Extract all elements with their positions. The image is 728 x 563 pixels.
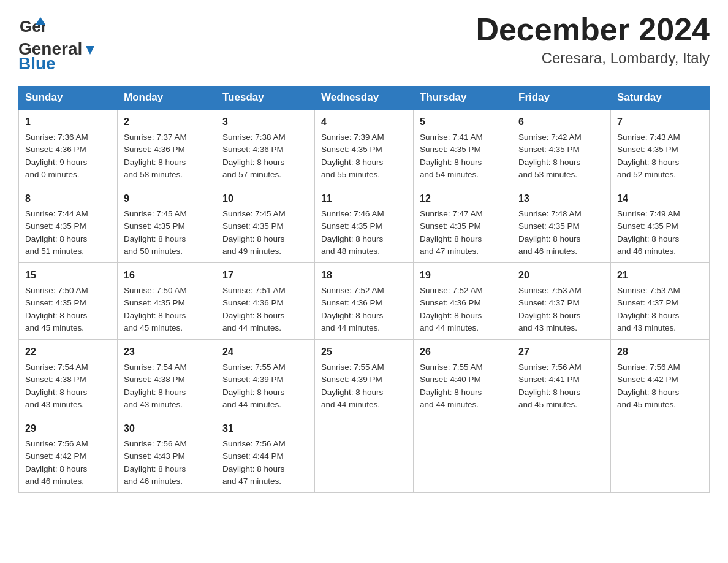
sunrise-label: Sunrise: 7:53 AM: [518, 286, 582, 295]
table-row: 1 Sunrise: 7:36 AM Sunset: 4:36 PM Dayli…: [19, 109, 118, 186]
table-row: 16 Sunrise: 7:50 AM Sunset: 4:35 PM Dayl…: [118, 263, 216, 340]
logo-icon: General: [18, 12, 45, 39]
sunrise-label: Sunrise: 7:50 AM: [25, 286, 88, 295]
sunset-label: Sunset: 4:38 PM: [25, 375, 86, 384]
table-row: 10 Sunrise: 7:45 AM Sunset: 4:35 PM Dayl…: [216, 186, 315, 263]
sunset-label: Sunset: 4:35 PM: [124, 298, 185, 307]
day-number: 18: [321, 268, 407, 283]
sunrise-label: Sunrise: 7:56 AM: [124, 439, 187, 448]
daylight-label: Daylight: 8 hours: [25, 464, 87, 473]
sunset-label: Sunset: 4:38 PM: [124, 375, 185, 384]
table-row: 27 Sunrise: 7:56 AM Sunset: 4:41 PM Dayl…: [512, 340, 611, 416]
daylight-minutes: and 44 minutes.: [321, 323, 380, 332]
daylight-minutes: and 44 minutes.: [222, 323, 281, 332]
day-number: 30: [124, 421, 210, 436]
table-row: 24 Sunrise: 7:55 AM Sunset: 4:39 PM Dayl…: [216, 340, 315, 416]
table-row: 12 Sunrise: 7:47 AM Sunset: 4:35 PM Dayl…: [414, 186, 512, 263]
table-row: 15 Sunrise: 7:50 AM Sunset: 4:35 PM Dayl…: [19, 263, 118, 340]
sunrise-label: Sunrise: 7:54 AM: [124, 362, 187, 372]
table-row: 9 Sunrise: 7:45 AM Sunset: 4:35 PM Dayli…: [118, 186, 216, 263]
table-row: [414, 416, 512, 493]
table-row: [315, 416, 414, 493]
daylight-minutes: and 45 minutes.: [25, 323, 84, 332]
table-row: 13 Sunrise: 7:48 AM Sunset: 4:35 PM Dayl…: [512, 186, 611, 263]
day-number: 26: [420, 345, 506, 359]
daylight-minutes: and 48 minutes.: [321, 247, 380, 256]
daylight-minutes: and 58 minutes.: [124, 170, 183, 179]
day-number: 17: [222, 268, 308, 283]
sunset-label: Sunset: 4:35 PM: [518, 145, 580, 154]
sunset-label: Sunset: 4:37 PM: [518, 298, 580, 307]
daylight-minutes: and 44 minutes.: [321, 400, 380, 409]
sunset-label: Sunset: 4:36 PM: [222, 298, 284, 307]
day-number: 20: [518, 268, 604, 283]
day-number: 3: [222, 115, 308, 129]
daylight-label: Daylight: 8 hours: [518, 311, 580, 320]
sunset-label: Sunset: 4:35 PM: [617, 145, 678, 154]
sunrise-label: Sunrise: 7:56 AM: [518, 362, 582, 372]
sunrise-label: Sunrise: 7:38 AM: [222, 132, 286, 142]
day-number: 14: [617, 191, 703, 206]
sunrise-label: Sunrise: 7:55 AM: [321, 362, 384, 372]
table-row: 7 Sunrise: 7:43 AM Sunset: 4:35 PM Dayli…: [611, 109, 710, 186]
daylight-label: Daylight: 8 hours: [617, 158, 679, 167]
sunrise-label: Sunrise: 7:50 AM: [124, 286, 187, 295]
daylight-label: Daylight: 8 hours: [222, 464, 284, 473]
sunset-label: Sunset: 4:36 PM: [420, 298, 481, 307]
calendar-week-row: 8 Sunrise: 7:44 AM Sunset: 4:35 PM Dayli…: [19, 186, 710, 263]
calendar-header-row: Sunday Monday Tuesday Wednesday Thursday…: [19, 86, 710, 110]
day-number: 21: [617, 268, 703, 283]
daylight-label: Daylight: 8 hours: [617, 234, 679, 243]
day-number: 31: [222, 421, 308, 436]
day-number: 29: [25, 421, 111, 436]
daylight-minutes: and 46 minutes.: [25, 477, 84, 486]
day-number: 7: [617, 115, 703, 129]
table-row: 4 Sunrise: 7:39 AM Sunset: 4:35 PM Dayli…: [315, 109, 414, 186]
day-number: 10: [222, 191, 308, 206]
col-friday: Friday: [512, 86, 611, 110]
daylight-minutes: and 45 minutes.: [617, 400, 676, 409]
daylight-minutes: and 52 minutes.: [617, 170, 676, 179]
sunset-label: Sunset: 4:35 PM: [321, 145, 382, 154]
daylight-minutes: and 49 minutes.: [222, 247, 281, 256]
sunrise-label: Sunrise: 7:56 AM: [617, 362, 680, 372]
day-number: 25: [321, 345, 407, 359]
col-sunday: Sunday: [19, 86, 118, 110]
daylight-minutes: and 43 minutes.: [617, 323, 676, 332]
col-saturday: Saturday: [611, 86, 710, 110]
sunrise-label: Sunrise: 7:42 AM: [518, 132, 582, 142]
day-number: 19: [420, 268, 506, 283]
sunset-label: Sunset: 4:35 PM: [222, 221, 284, 231]
sunset-label: Sunset: 4:35 PM: [321, 221, 382, 231]
daylight-label: Daylight: 8 hours: [321, 388, 383, 397]
calendar-week-row: 22 Sunrise: 7:54 AM Sunset: 4:38 PM Dayl…: [19, 340, 710, 416]
table-row: 30 Sunrise: 7:56 AM Sunset: 4:43 PM Dayl…: [118, 416, 216, 493]
sunrise-label: Sunrise: 7:48 AM: [518, 209, 582, 218]
month-title: December 2024: [476, 12, 710, 47]
sunrise-label: Sunrise: 7:47 AM: [420, 209, 483, 218]
col-wednesday: Wednesday: [315, 86, 414, 110]
sunset-label: Sunset: 4:36 PM: [321, 298, 382, 307]
sunset-label: Sunset: 4:40 PM: [420, 375, 481, 384]
sunrise-label: Sunrise: 7:36 AM: [25, 132, 88, 142]
sunset-label: Sunset: 4:35 PM: [617, 221, 678, 231]
sunset-label: Sunset: 4:39 PM: [222, 375, 284, 384]
sunset-label: Sunset: 4:35 PM: [25, 221, 86, 231]
daylight-label: Daylight: 8 hours: [124, 311, 186, 320]
table-row: 20 Sunrise: 7:53 AM Sunset: 4:37 PM Dayl…: [512, 263, 611, 340]
sunrise-label: Sunrise: 7:44 AM: [25, 209, 88, 218]
day-number: 23: [124, 345, 210, 359]
daylight-minutes: and 43 minutes.: [518, 323, 577, 332]
daylight-label: Daylight: 8 hours: [420, 388, 482, 397]
sunrise-label: Sunrise: 7:56 AM: [222, 439, 286, 448]
page-header: General General Blue December 2024 Ceres…: [18, 12, 710, 74]
table-row: 11 Sunrise: 7:46 AM Sunset: 4:35 PM Dayl…: [315, 186, 414, 263]
daylight-label: Daylight: 8 hours: [25, 311, 87, 320]
table-row: 19 Sunrise: 7:52 AM Sunset: 4:36 PM Dayl…: [414, 263, 512, 340]
daylight-label: Daylight: 8 hours: [222, 234, 284, 243]
daylight-label: Daylight: 8 hours: [124, 388, 186, 397]
daylight-minutes: and 0 minutes.: [25, 170, 80, 179]
daylight-label: Daylight: 8 hours: [124, 158, 186, 167]
table-row: 2 Sunrise: 7:37 AM Sunset: 4:36 PM Dayli…: [118, 109, 216, 186]
daylight-label: Daylight: 8 hours: [321, 234, 383, 243]
